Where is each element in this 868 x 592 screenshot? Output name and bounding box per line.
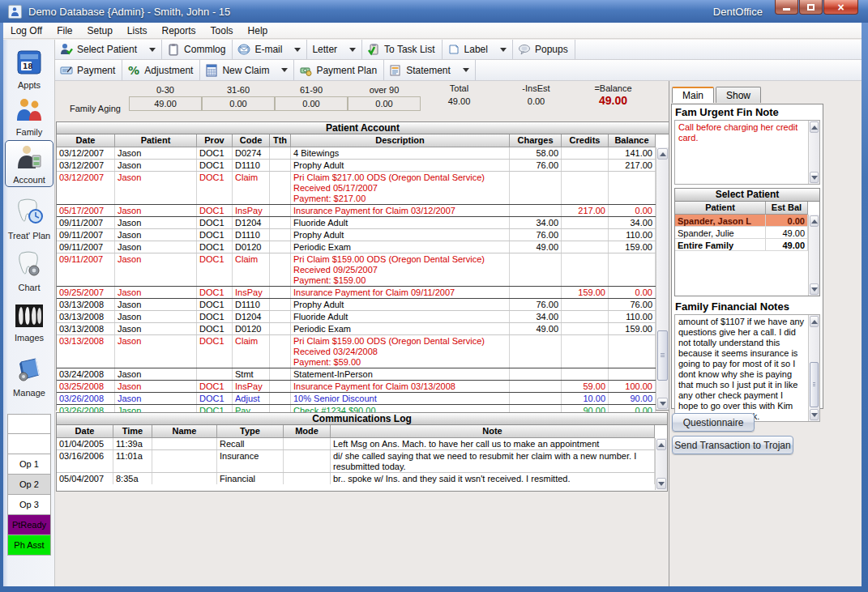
scroll-down-icon[interactable] (810, 409, 819, 420)
e-mail-dropdown[interactable] (289, 40, 307, 59)
table-row[interactable]: 09/11/2007JasonDOC1D1110Prophy Adult76.0… (57, 228, 656, 241)
scroll-up-icon[interactable] (810, 121, 819, 133)
popups-button[interactable]: Popups (513, 40, 575, 59)
patient-account-scrollbar[interactable] (656, 147, 669, 410)
sidebar-module-images[interactable]: Images (5, 300, 53, 344)
column-header-est-bal[interactable]: Est Bal (766, 202, 808, 214)
fin-notes-scrollbar[interactable] (808, 315, 819, 421)
column-header-time[interactable]: Time (113, 425, 152, 437)
table-row[interactable]: 09/25/2007JasonDOC1InsPayInsurance Payme… (57, 286, 656, 298)
letter-button[interactable]: Letter (307, 40, 344, 59)
table-row[interactable]: 05/17/2007JasonDOC1InsPayInsurance Payme… (57, 204, 656, 216)
select-patient-scrollbar[interactable] (808, 215, 819, 296)
e-mail-button[interactable]: E-mail (233, 40, 289, 59)
table-row[interactable]: 03/16/200611:01aInsurancedi/ she called … (57, 449, 655, 472)
column-header-description[interactable]: Description (291, 134, 510, 147)
scroll-up-icon[interactable] (657, 148, 668, 160)
table-row[interactable]: 03/13/2008JasonDOC1D0120Periodic Exam49.… (57, 322, 656, 334)
send-transaction-trojan-button[interactable]: Send Transaction to Trojan (672, 436, 793, 454)
table-row[interactable]: 03/24/2008JasonStmtStatement-InPerson (57, 368, 656, 380)
payment-button[interactable]: Payment (55, 60, 122, 80)
new-claim-button[interactable]: New Claim (200, 60, 276, 80)
scroll-down-icon[interactable] (656, 478, 666, 489)
table-row[interactable]: 03/13/2008JasonDOC1D1204Fluoride Adult34… (57, 310, 656, 322)
statement-dropdown[interactable] (457, 60, 476, 80)
column-header-type[interactable]: Type (217, 425, 284, 437)
patient-list-row[interactable]: Spander, Jason L0.00 (675, 215, 808, 227)
menu-log-off[interactable]: Log Off (3, 23, 49, 38)
menu-reports[interactable]: Reports (155, 23, 203, 38)
column-header-mode[interactable]: Mode (284, 425, 331, 437)
urgent-note-scrollbar[interactable] (808, 121, 819, 184)
select-patient-dropdown[interactable] (143, 40, 162, 59)
column-header-patient[interactable]: Patient (675, 202, 766, 214)
menu-tools[interactable]: Tools (203, 23, 241, 38)
table-row[interactable]: 03/26/2008JasonDOC1Adjust10% Senior Disc… (57, 392, 656, 404)
sidebar-module-treatplan[interactable]: Treat' Plan (5, 195, 53, 242)
column-header-tth[interactable]: Tth (270, 134, 291, 147)
table-row[interactable]: 03/25/2008JasonDOC1InsPayInsurance Payme… (57, 380, 656, 392)
scroll-up-icon[interactable] (810, 215, 819, 227)
label-dropdown[interactable] (494, 40, 513, 59)
sidebar-module-account[interactable]: Account (5, 140, 53, 187)
table-row[interactable]: 03/12/2007JasonDOC1D02744 Bitewings58.00… (57, 147, 656, 159)
column-header-date[interactable]: Date (57, 425, 113, 437)
op-item-ph-asst[interactable]: Ph Asst (7, 535, 51, 556)
op-item-empty[interactable] (7, 434, 51, 454)
column-header-date[interactable]: Date (57, 134, 115, 147)
sidebar-module-manage[interactable]: Manage (5, 354, 53, 399)
select-patient-button[interactable]: Select Patient (55, 40, 143, 59)
patient-list-row[interactable]: Spander, Julie49.00 (675, 227, 808, 239)
payment-plan-button[interactable]: Payment Plan (294, 60, 384, 80)
table-row[interactable]: 09/11/2007JasonDOC1D0120Periodic Exam49.… (57, 241, 656, 253)
scroll-down-icon[interactable] (810, 172, 819, 183)
table-row[interactable]: 05/04/20078:35aFinancialbr.. spoke w/ In… (57, 472, 655, 484)
tab-show[interactable]: Show (716, 87, 761, 103)
close-button[interactable]: × (823, 0, 858, 15)
op-item-op-3[interactable]: Op 3 (7, 495, 51, 515)
family-financial-notes-box[interactable]: amount of $1107 if we have any questions… (674, 314, 820, 422)
column-header-name[interactable]: Name (152, 425, 217, 437)
column-header-note[interactable]: Note (331, 425, 655, 437)
table-row[interactable]: 09/11/2007JasonDOC1D1204Fluoride Adult34… (57, 216, 656, 228)
sidebar-module-family[interactable]: Family (5, 93, 53, 138)
sidebar-module-appts[interactable]: 18Appts (5, 46, 53, 92)
column-header-prov[interactable]: Prov (197, 134, 233, 147)
adjustment-button[interactable]: %Adjustment (122, 60, 200, 80)
menu-setup[interactable]: Setup (79, 23, 119, 38)
table-row[interactable]: 03/12/2007JasonDOC1D1110Prophy Adult76.0… (57, 159, 656, 171)
op-item-op-1[interactable]: Op 1 (7, 454, 51, 475)
urgent-note-box[interactable]: Call before charging her credit card. (674, 120, 820, 185)
op-item-ptready[interactable]: PtReady (7, 515, 51, 535)
tab-main[interactable]: Main (672, 87, 714, 103)
table-row[interactable]: 01/04/200511:39aRecallLeft Msg on Ans. M… (57, 438, 655, 449)
questionnaire-button[interactable]: Questionnaire (672, 413, 755, 432)
table-row[interactable]: 03/13/2008JasonDOC1ClaimPri Claim $159.0… (57, 334, 656, 368)
maximize-button[interactable] (799, 0, 823, 15)
scroll-up-icon[interactable] (656, 439, 666, 450)
op-item-op-2[interactable]: Op 2 (7, 475, 51, 495)
table-row[interactable]: 03/13/2008JasonDOC1D1110Prophy Adult76.0… (57, 298, 656, 310)
column-header-charges[interactable]: Charges (510, 134, 562, 147)
op-item-empty[interactable] (7, 414, 51, 434)
scrollbar-thumb[interactable] (810, 362, 819, 407)
scrollbar-thumb[interactable] (657, 330, 668, 381)
table-row[interactable]: 09/11/2007JasonDOC1ClaimPri Claim $159.0… (57, 253, 656, 286)
column-header-patient[interactable]: Patient (115, 134, 197, 147)
table-row[interactable]: 03/12/2007JasonDOC1ClaimPri Claim $217.0… (57, 171, 656, 204)
column-header-credits[interactable]: Credits (562, 134, 609, 147)
new-claim-dropdown[interactable] (276, 60, 294, 80)
sidebar-module-chart[interactable]: Chart (5, 247, 53, 294)
letter-dropdown[interactable] (344, 40, 362, 59)
scroll-up-icon[interactable] (810, 316, 819, 327)
menu-file[interactable]: File (49, 23, 79, 38)
to-task-list-button[interactable]: To Task List (362, 40, 442, 59)
scroll-down-icon[interactable] (657, 398, 668, 409)
minimize-button[interactable] (775, 0, 798, 15)
commlog-button[interactable]: Commlog (162, 40, 233, 59)
menu-lists[interactable]: Lists (120, 23, 155, 38)
patient-list-row[interactable]: Entire Family49.00 (675, 239, 808, 251)
commlog-scrollbar[interactable] (655, 438, 667, 490)
menu-help[interactable]: Help (241, 23, 276, 38)
label-button[interactable]: Label (443, 40, 494, 59)
